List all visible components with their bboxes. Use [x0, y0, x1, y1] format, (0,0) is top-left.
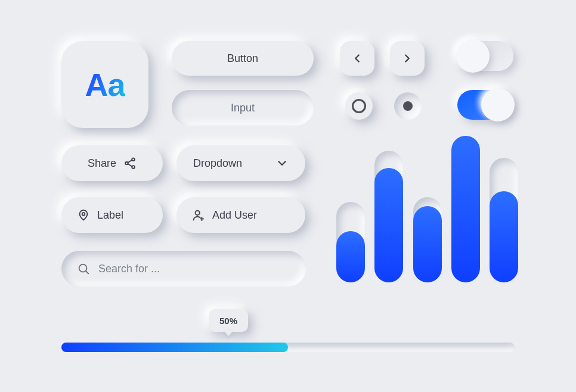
- bar-chart: [336, 136, 518, 282]
- slider-fill: [61, 343, 288, 352]
- label-button[interactable]: Label: [61, 197, 163, 233]
- location-pin-icon: [77, 209, 90, 222]
- dropdown-select[interactable]: Dropdown: [176, 145, 305, 181]
- chart-bar: [490, 158, 518, 282]
- chart-bar-fill: [451, 136, 480, 282]
- primary-button-label: Button: [227, 52, 258, 65]
- chart-bar: [451, 136, 480, 282]
- chevron-down-icon: [275, 157, 289, 170]
- share-button[interactable]: Share: [61, 145, 163, 181]
- chart-bar-fill: [374, 168, 403, 282]
- chart-bar-fill: [336, 231, 365, 282]
- slider-value: 50%: [219, 316, 237, 326]
- next-button[interactable]: [390, 41, 425, 76]
- radio-ring-icon: [352, 99, 366, 113]
- radio-unchecked[interactable]: [345, 92, 373, 120]
- chevron-right-icon: [401, 52, 414, 65]
- svg-point-5: [82, 213, 85, 216]
- radio-checked[interactable]: [394, 92, 422, 120]
- dropdown-label: Dropdown: [193, 157, 242, 170]
- chevron-left-icon: [351, 52, 364, 65]
- add-user-button[interactable]: Add User: [176, 197, 305, 233]
- svg-line-3: [128, 160, 132, 163]
- toggle-switch-off[interactable]: [457, 41, 513, 71]
- share-icon: [123, 157, 137, 170]
- chart-bar: [336, 202, 365, 282]
- search-placeholder: Search for ...: [98, 263, 160, 275]
- add-user-label: Add User: [212, 209, 257, 222]
- search-input[interactable]: Search for ...: [61, 251, 306, 287]
- label-text: Label: [97, 209, 123, 222]
- chart-bar: [413, 197, 442, 282]
- toggle-knob: [456, 39, 490, 73]
- add-user-icon: [192, 209, 205, 222]
- primary-button[interactable]: Button: [172, 41, 314, 76]
- typography-tile[interactable]: Aa: [61, 41, 148, 128]
- chart-bar: [374, 151, 403, 282]
- text-input[interactable]: Input: [172, 90, 314, 126]
- svg-line-4: [128, 164, 132, 167]
- toggle-switch-on[interactable]: [457, 90, 513, 120]
- typography-sample: Aa: [85, 66, 125, 103]
- toggle-knob: [481, 88, 515, 122]
- previous-button[interactable]: [340, 41, 374, 76]
- text-input-label: Input: [231, 102, 255, 114]
- svg-point-6: [196, 211, 200, 215]
- search-icon: [77, 262, 90, 275]
- radio-dot-icon: [403, 101, 413, 111]
- share-label: Share: [88, 157, 116, 170]
- slider-tooltip: 50%: [209, 309, 248, 332]
- chart-bar-fill: [413, 206, 442, 282]
- svg-line-10: [86, 271, 88, 273]
- chart-bar-fill: [490, 191, 518, 282]
